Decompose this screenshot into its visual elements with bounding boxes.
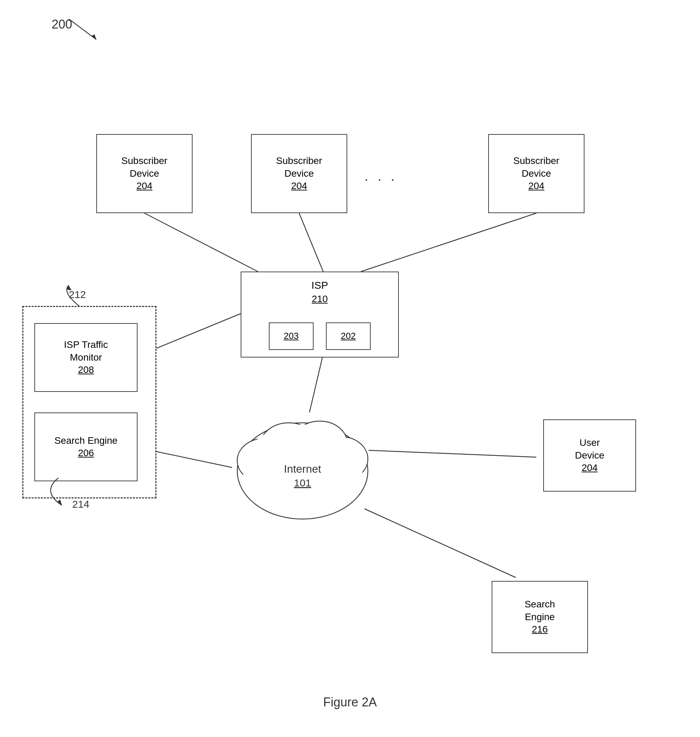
subscriber-device-2: SubscriberDevice204	[251, 134, 347, 213]
user-device-204-label: UserDevice204	[575, 436, 604, 474]
svg-line-0	[144, 213, 258, 272]
svg-marker-10	[91, 34, 96, 40]
svg-line-7	[365, 509, 516, 577]
svg-line-6	[369, 450, 536, 457]
isp-traffic-monitor-label: ISP TrafficMonitor208	[64, 339, 108, 376]
svg-line-2	[361, 213, 536, 272]
arrow-212	[51, 282, 93, 309]
svg-line-3	[309, 354, 323, 413]
arrow-214	[41, 478, 86, 509]
user-device-204: UserDevice204	[543, 419, 636, 492]
ellipsis-dots: . . .	[365, 169, 397, 184]
subscriber-device-3: SubscriberDevice204	[488, 134, 584, 213]
search-engine-206-label: Search Engine206	[54, 435, 118, 460]
diagram: 200 SubscriberDevice204 SubscriberDevice…	[0, 0, 700, 737]
subscriber-device-1: SubscriberDevice204	[96, 134, 193, 213]
svg-point-22	[296, 427, 344, 465]
isp-inner-box-202: 202	[326, 322, 371, 350]
subscriber-device-1-label: SubscriberDevice204	[121, 155, 168, 192]
isp-box: ISP210 203 202	[241, 272, 399, 358]
isp-label: ISP210	[241, 279, 398, 305]
svg-text:Internet: Internet	[284, 463, 322, 475]
subscriber-device-3-label: SubscriberDevice204	[513, 155, 559, 192]
arrow-200	[69, 19, 103, 46]
svg-marker-12	[57, 499, 62, 505]
search-engine-216: SearchEngine216	[492, 581, 588, 653]
isp-inner-box-203: 203	[269, 322, 313, 350]
search-engine-206: Search Engine206	[34, 413, 138, 481]
svg-text:101: 101	[294, 477, 311, 489]
svg-line-1	[299, 213, 323, 272]
internet-cloud: Internet 101	[220, 406, 385, 523]
subscriber-device-2-label: SubscriberDevice204	[276, 155, 322, 192]
search-engine-216-label: SearchEngine216	[525, 598, 555, 636]
isp-traffic-monitor: ISP TrafficMonitor208	[34, 323, 138, 392]
figure-caption: Figure 2A	[0, 695, 700, 709]
